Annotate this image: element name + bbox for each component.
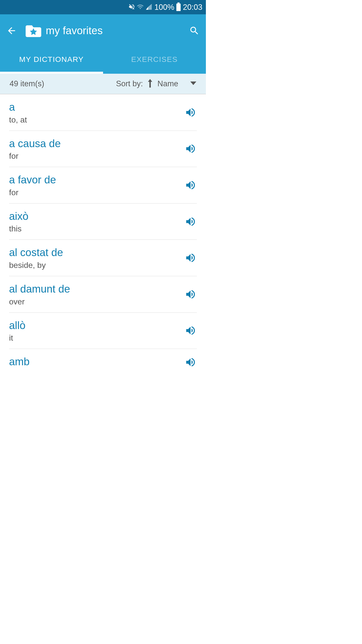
list-item-text: allò it: [9, 319, 184, 343]
translation: for: [9, 151, 184, 161]
back-button[interactable]: [6, 25, 18, 37]
list-item-text: això this: [9, 210, 184, 234]
mute-icon: [128, 3, 135, 11]
word: a causa de: [9, 137, 184, 151]
translation: it: [9, 333, 184, 343]
chevron-down-icon: [190, 82, 196, 86]
word: al costat de: [9, 246, 184, 260]
list-item[interactable]: amb: [9, 349, 197, 366]
sort-ascending-icon: [148, 79, 152, 89]
list-item-text: amb: [9, 355, 184, 366]
list-item-text: al damunt de over: [9, 282, 184, 306]
translation: beside, by: [9, 261, 184, 270]
sort-by-label: Sort by:: [116, 79, 143, 88]
word: allò: [9, 319, 184, 333]
signal-icon: [145, 3, 152, 11]
wifi-icon: [137, 3, 144, 11]
word-list: a to, at a causa de for a favor de for a…: [0, 94, 206, 366]
word: amb: [9, 355, 184, 366]
list-item[interactable]: a causa de for: [9, 131, 197, 167]
clock: 20:03: [183, 3, 202, 12]
list-item[interactable]: al damunt de over: [9, 276, 197, 313]
word: a: [9, 100, 184, 114]
list-item[interactable]: això this: [9, 204, 197, 240]
list-item[interactable]: al costat de beside, by: [9, 240, 197, 276]
list-item[interactable]: a to, at: [9, 94, 197, 131]
translation: this: [9, 224, 184, 233]
speaker-button[interactable]: [184, 356, 197, 366]
status-icons: [128, 3, 152, 11]
translation: to, at: [9, 115, 184, 125]
speaker-button[interactable]: [184, 106, 197, 119]
tab-exercises[interactable]: EXERCISES: [103, 47, 206, 74]
app-header: my favorites MY DICTIONARY EXERCISES: [0, 14, 206, 74]
svg-rect-1: [177, 3, 180, 4]
header-top: my favorites: [0, 14, 206, 47]
battery-percent: 100%: [154, 3, 174, 12]
tabs: MY DICTIONARY EXERCISES: [0, 47, 206, 74]
word: a favor de: [9, 173, 184, 187]
speaker-button[interactable]: [184, 252, 197, 264]
sort-bar: 49 item(s) Sort by: Name: [0, 74, 206, 94]
list-item-text: a causa de for: [9, 137, 184, 161]
speaker-button[interactable]: [184, 142, 197, 155]
translation: for: [9, 188, 184, 197]
item-count: 49 item(s): [10, 79, 44, 88]
folder-star-icon: [26, 24, 41, 37]
speaker-button[interactable]: [184, 288, 197, 301]
speaker-button[interactable]: [184, 324, 197, 337]
list-item-text: al costat de beside, by: [9, 246, 184, 270]
page-title: my favorites: [46, 25, 103, 37]
sort-control[interactable]: Sort by: Name: [116, 79, 196, 89]
svg-rect-0: [176, 4, 181, 11]
sort-field: Name: [157, 79, 178, 88]
battery-icon: [176, 3, 181, 12]
word: això: [9, 210, 184, 223]
list-item[interactable]: allò it: [9, 313, 197, 349]
translation: over: [9, 297, 184, 306]
list-item-text: a favor de for: [9, 173, 184, 197]
word: al damunt de: [9, 282, 184, 296]
search-button[interactable]: [188, 25, 200, 37]
tab-my-dictionary[interactable]: MY DICTIONARY: [0, 47, 103, 74]
status-bar: 100% 20:03: [0, 0, 206, 14]
list-item[interactable]: a favor de for: [9, 167, 197, 204]
speaker-button[interactable]: [184, 215, 197, 228]
speaker-button[interactable]: [184, 179, 197, 191]
list-item-text: a to, at: [9, 100, 184, 125]
